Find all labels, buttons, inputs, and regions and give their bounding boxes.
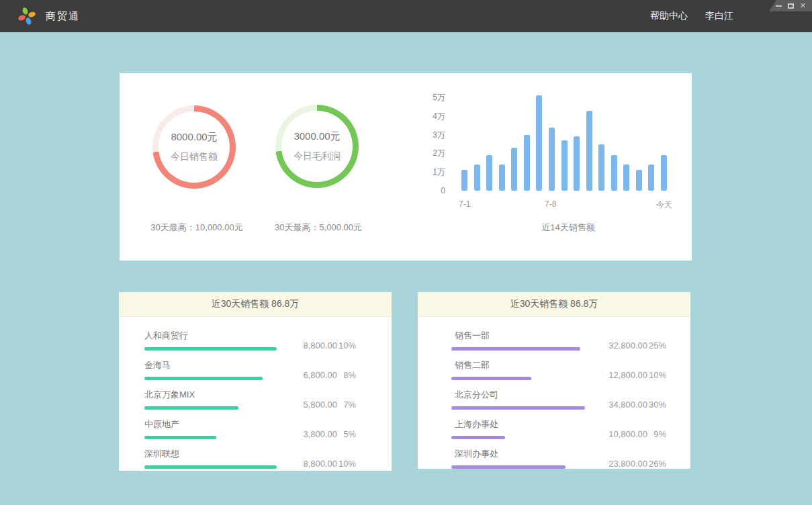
chart-bar <box>611 155 617 191</box>
item-name: 销售二部 <box>455 359 531 371</box>
list-item: 销售二部 12,800.00 10% <box>451 359 666 380</box>
chart-bar <box>661 155 667 191</box>
item-percent: 10% <box>337 340 356 351</box>
item-value: 8,800.00 <box>303 340 337 351</box>
customer-panel-title: 近30天销售额 86.8万 <box>119 292 392 317</box>
y-tick-label: 2万 <box>433 148 445 159</box>
item-value: 10,800.00 <box>608 429 647 439</box>
item-percent: 30% <box>647 400 666 410</box>
profit-30day-max: 30天最高：5,000.00元 <box>251 222 386 234</box>
window-controls: ✕ <box>769 0 812 11</box>
chart-bar <box>486 155 492 191</box>
today-profit-value: 3000.00元 <box>294 130 340 143</box>
item-progress-bar <box>144 436 216 439</box>
today-profit-gauge: 3000.00元 今日毛利润 <box>275 105 359 188</box>
y-tick-label: 3万 <box>433 129 445 140</box>
list-item: 销售一部 32,800.00 25% <box>451 330 666 351</box>
department-panel-title: 近30天销售额 86.8万 <box>418 292 690 317</box>
item-name: 中原地产 <box>144 418 216 430</box>
bar-chart-x-axis: 7-17-8今天 <box>461 199 667 210</box>
item-value: 5,800.00 <box>303 400 337 410</box>
today-sales-gauge: 8000.00元 今日销售额 <box>152 105 236 189</box>
item-value: 23,800.00 <box>608 459 647 469</box>
item-value: 12,800.00 <box>608 370 647 380</box>
item-value: 34,800.00 <box>608 400 647 410</box>
bar-chart-y-axis: 5万4万3万2万1万0 <box>422 96 445 191</box>
bar-chart-plot <box>461 96 667 191</box>
chart-bar <box>636 170 642 191</box>
x-tick-label: 7-8 <box>545 199 556 209</box>
item-progress-bar <box>451 377 531 380</box>
item-percent: 7% <box>337 400 356 410</box>
item-progress-bar <box>144 347 277 351</box>
item-name: 人和商贸行 <box>144 330 277 342</box>
list-item: 深圳联想 8,800.00 10% <box>144 448 356 469</box>
chart-bar <box>561 140 568 191</box>
list-item: 北京分公司 34,800.00 30% <box>451 389 666 410</box>
close-icon[interactable]: ✕ <box>800 2 806 10</box>
y-tick-label: 4万 <box>433 110 445 122</box>
item-value: 6,800.00 <box>303 370 337 380</box>
item-percent: 25% <box>647 340 666 351</box>
item-percent: 10% <box>337 459 356 469</box>
list-item: 深圳办事处 23,800.00 26% <box>451 448 666 469</box>
x-tick-label: 今天 <box>656 199 672 211</box>
minimize-icon[interactable] <box>776 2 782 10</box>
item-value: 3,800.00 <box>303 429 337 439</box>
item-progress-bar <box>451 465 566 469</box>
help-center-link[interactable]: 帮助中心 <box>650 10 688 22</box>
customer-ranking-rows: 人和商贸行 8,800.00 10% 金海马 6,800.00 8% 北京万象M… <box>119 317 392 469</box>
chart-bar <box>586 111 592 191</box>
item-progress-bar <box>144 465 277 469</box>
list-item: 中原地产 3,800.00 5% <box>144 418 356 439</box>
item-name: 上海办事处 <box>455 418 505 430</box>
department-ranking-rows: 销售一部 32,800.00 25% 销售二部 12,800.00 10% 北京… <box>418 317 690 469</box>
item-percent: 5% <box>337 429 356 439</box>
list-item: 上海办事处 10,800.00 9% <box>451 418 666 439</box>
chart-bar <box>623 165 629 191</box>
x-tick-label: 7-1 <box>459 199 470 209</box>
sales-30day-max: 30天最高：10,000.00元 <box>130 222 264 234</box>
chart-bar <box>598 144 604 191</box>
item-progress-bar <box>451 436 505 439</box>
chart-bar <box>474 165 480 191</box>
chart-bar <box>549 128 555 191</box>
item-name: 北京分公司 <box>455 389 585 401</box>
y-tick-label: 5万 <box>433 92 445 103</box>
app-title: 商贸通 <box>46 0 80 32</box>
item-name: 深圳联想 <box>144 448 277 460</box>
bar-chart-title: 近14天销售额 <box>465 222 671 234</box>
y-tick-label: 1万 <box>433 167 445 178</box>
item-name: 深圳办事处 <box>455 448 566 460</box>
today-sales-value: 8000.00元 <box>171 131 217 144</box>
department-ranking-panel: 近30天销售额 86.8万 销售一部 32,800.00 25% 销售二部 12… <box>418 292 690 469</box>
item-name: 销售一部 <box>455 330 580 342</box>
item-value: 8,800.00 <box>303 459 337 469</box>
item-name: 金海马 <box>144 359 263 371</box>
today-profit-label: 今日毛利润 <box>294 150 341 163</box>
chart-bar <box>648 165 654 191</box>
topbar-menu: 帮助中心 李白江 <box>650 0 733 32</box>
list-item: 北京万象MIX 5,800.00 7% <box>144 389 356 410</box>
item-progress-bar <box>144 377 263 380</box>
chart-bar <box>499 165 505 191</box>
item-percent: 9% <box>647 429 666 439</box>
app-logo-pinwheel-icon <box>17 7 36 26</box>
chart-bar <box>461 170 467 191</box>
item-progress-bar <box>144 406 238 410</box>
chart-bar <box>511 148 517 191</box>
item-value: 32,800.00 <box>608 340 647 351</box>
list-item: 金海马 6,800.00 8% <box>144 359 356 380</box>
chart-bar <box>524 135 530 191</box>
chart-bar <box>574 136 580 191</box>
item-progress-bar <box>451 406 585 410</box>
summary-card: 8000.00元 今日销售额 30天最高：10,000.00元 3000.00元… <box>120 73 692 261</box>
list-item: 人和商贸行 8,800.00 10% <box>144 330 356 351</box>
user-menu[interactable]: 李白江 <box>705 10 733 22</box>
y-tick-label: 0 <box>441 186 445 195</box>
today-sales-label: 今日销售额 <box>171 151 218 163</box>
item-name: 北京万象MIX <box>144 389 238 401</box>
item-progress-bar <box>451 347 580 351</box>
chart-bar <box>536 95 542 191</box>
maximize-icon[interactable] <box>788 2 794 10</box>
